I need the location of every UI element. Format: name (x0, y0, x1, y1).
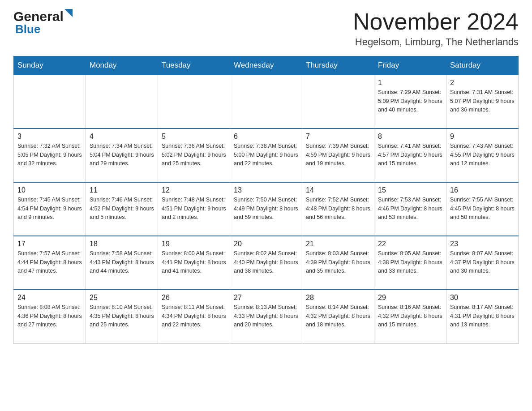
day-number: 22 (378, 240, 442, 248)
day-number: 12 (162, 186, 226, 194)
day-info: Sunrise: 8:11 AM Sunset: 4:34 PM Dayligh… (162, 303, 226, 329)
weekday-header-saturday: Saturday (446, 56, 519, 75)
day-info: Sunrise: 7:45 AM Sunset: 4:54 PM Dayligh… (17, 196, 82, 222)
calendar-week-row: 3Sunrise: 7:32 AM Sunset: 5:05 PM Daylig… (14, 128, 519, 182)
calendar-cell: 15Sunrise: 7:53 AM Sunset: 4:46 PM Dayli… (374, 182, 446, 236)
calendar-cell: 9Sunrise: 7:43 AM Sunset: 4:55 PM Daylig… (446, 128, 519, 182)
calendar-cell: 11Sunrise: 7:46 AM Sunset: 4:52 PM Dayli… (86, 182, 158, 236)
day-number: 10 (17, 186, 82, 194)
calendar-cell: 10Sunrise: 7:45 AM Sunset: 4:54 PM Dayli… (14, 182, 86, 236)
day-number: 29 (378, 294, 442, 302)
day-info: Sunrise: 7:57 AM Sunset: 4:44 PM Dayligh… (17, 249, 82, 275)
day-info: Sunrise: 7:36 AM Sunset: 5:02 PM Dayligh… (162, 142, 226, 168)
calendar-cell: 19Sunrise: 8:00 AM Sunset: 4:41 PM Dayli… (158, 236, 230, 290)
calendar-cell (86, 75, 158, 128)
calendar-body: 1Sunrise: 7:29 AM Sunset: 5:09 PM Daylig… (14, 75, 519, 343)
day-number: 8 (378, 133, 442, 141)
page-header: General Blue November 2024 Hegelsom, Lim… (13, 9, 519, 48)
calendar-cell: 26Sunrise: 8:11 AM Sunset: 4:34 PM Dayli… (158, 290, 230, 343)
calendar-cell: 5Sunrise: 7:36 AM Sunset: 5:02 PM Daylig… (158, 128, 230, 182)
logo-blue-text: Blue (15, 22, 40, 36)
day-info: Sunrise: 8:13 AM Sunset: 4:33 PM Dayligh… (234, 303, 298, 329)
calendar-cell: 4Sunrise: 7:34 AM Sunset: 5:04 PM Daylig… (86, 128, 158, 182)
day-info: Sunrise: 8:02 AM Sunset: 4:40 PM Dayligh… (234, 249, 298, 275)
calendar-cell: 23Sunrise: 8:07 AM Sunset: 4:37 PM Dayli… (446, 236, 519, 290)
calendar-cell: 18Sunrise: 7:58 AM Sunset: 4:43 PM Dayli… (86, 236, 158, 290)
day-info: Sunrise: 8:07 AM Sunset: 4:37 PM Dayligh… (450, 249, 515, 275)
day-info: Sunrise: 7:29 AM Sunset: 5:09 PM Dayligh… (378, 88, 442, 114)
day-info: Sunrise: 8:16 AM Sunset: 4:32 PM Dayligh… (378, 303, 442, 329)
weekday-header-row: SundayMondayTuesdayWednesdayThursdayFrid… (14, 56, 519, 75)
calendar-cell: 17Sunrise: 7:57 AM Sunset: 4:44 PM Dayli… (14, 236, 86, 290)
weekday-header-wednesday: Wednesday (230, 56, 302, 75)
calendar-cell: 12Sunrise: 7:48 AM Sunset: 4:51 PM Dayli… (158, 182, 230, 236)
calendar-cell: 7Sunrise: 7:39 AM Sunset: 4:59 PM Daylig… (302, 128, 374, 182)
day-number: 2 (450, 79, 515, 87)
logo-general-text: General (13, 9, 64, 24)
day-number: 15 (378, 186, 442, 194)
calendar-cell: 24Sunrise: 8:08 AM Sunset: 4:36 PM Dayli… (14, 290, 86, 343)
weekday-header-sunday: Sunday (14, 56, 86, 75)
day-info: Sunrise: 7:52 AM Sunset: 4:48 PM Dayligh… (306, 196, 370, 222)
weekday-header-friday: Friday (374, 56, 446, 75)
day-info: Sunrise: 8:00 AM Sunset: 4:41 PM Dayligh… (162, 249, 226, 275)
calendar-cell: 29Sunrise: 8:16 AM Sunset: 4:32 PM Dayli… (374, 290, 446, 343)
day-number: 3 (17, 133, 82, 141)
calendar-week-row: 1Sunrise: 7:29 AM Sunset: 5:09 PM Daylig… (14, 75, 519, 128)
day-info: Sunrise: 8:08 AM Sunset: 4:36 PM Dayligh… (17, 303, 82, 329)
day-number: 4 (90, 133, 154, 141)
day-info: Sunrise: 8:05 AM Sunset: 4:38 PM Dayligh… (378, 249, 442, 275)
title-area: November 2024 Hegelsom, Limburg, The Net… (353, 9, 519, 48)
day-info: Sunrise: 7:46 AM Sunset: 4:52 PM Dayligh… (90, 196, 154, 222)
calendar-cell (158, 75, 230, 128)
day-number: 17 (17, 240, 82, 248)
weekday-header-tuesday: Tuesday (158, 56, 230, 75)
day-info: Sunrise: 8:14 AM Sunset: 4:32 PM Dayligh… (306, 303, 370, 329)
location-title: Hegelsom, Limburg, The Netherlands (353, 36, 519, 48)
day-info: Sunrise: 7:34 AM Sunset: 5:04 PM Dayligh… (90, 142, 154, 168)
day-info: Sunrise: 7:55 AM Sunset: 4:45 PM Dayligh… (450, 196, 515, 222)
calendar-cell: 1Sunrise: 7:29 AM Sunset: 5:09 PM Daylig… (374, 75, 446, 128)
day-number: 11 (90, 186, 154, 194)
day-number: 5 (162, 133, 226, 141)
day-info: Sunrise: 7:32 AM Sunset: 5:05 PM Dayligh… (17, 142, 82, 168)
day-info: Sunrise: 7:41 AM Sunset: 4:57 PM Dayligh… (378, 142, 442, 168)
calendar-week-row: 24Sunrise: 8:08 AM Sunset: 4:36 PM Dayli… (14, 290, 519, 343)
calendar-cell: 16Sunrise: 7:55 AM Sunset: 4:45 PM Dayli… (446, 182, 519, 236)
day-info: Sunrise: 8:03 AM Sunset: 4:39 PM Dayligh… (306, 249, 370, 275)
calendar-cell: 30Sunrise: 8:17 AM Sunset: 4:31 PM Dayli… (446, 290, 519, 343)
calendar-cell: 28Sunrise: 8:14 AM Sunset: 4:32 PM Dayli… (302, 290, 374, 343)
weekday-header-thursday: Thursday (302, 56, 374, 75)
calendar-cell: 27Sunrise: 8:13 AM Sunset: 4:33 PM Dayli… (230, 290, 302, 343)
month-title: November 2024 (353, 9, 519, 34)
calendar-week-row: 10Sunrise: 7:45 AM Sunset: 4:54 PM Dayli… (14, 182, 519, 236)
day-info: Sunrise: 7:58 AM Sunset: 4:43 PM Dayligh… (90, 249, 154, 275)
day-number: 21 (306, 240, 370, 248)
calendar-cell: 20Sunrise: 8:02 AM Sunset: 4:40 PM Dayli… (230, 236, 302, 290)
svg-marker-0 (64, 9, 73, 17)
day-number: 20 (234, 240, 298, 248)
calendar-cell (302, 75, 374, 128)
day-info: Sunrise: 7:43 AM Sunset: 4:55 PM Dayligh… (450, 142, 515, 168)
day-number: 16 (450, 186, 515, 194)
day-number: 27 (234, 294, 298, 302)
calendar-week-row: 17Sunrise: 7:57 AM Sunset: 4:44 PM Dayli… (14, 236, 519, 290)
day-number: 1 (378, 79, 442, 87)
day-info: Sunrise: 7:31 AM Sunset: 5:07 PM Dayligh… (450, 88, 515, 114)
day-number: 25 (90, 294, 154, 302)
day-number: 23 (450, 240, 515, 248)
day-info: Sunrise: 8:17 AM Sunset: 4:31 PM Dayligh… (450, 303, 515, 329)
logo-area: General Blue (13, 9, 78, 36)
day-number: 14 (306, 186, 370, 194)
calendar-cell (230, 75, 302, 128)
calendar-cell (14, 75, 86, 128)
day-number: 24 (17, 294, 82, 302)
day-info: Sunrise: 7:48 AM Sunset: 4:51 PM Dayligh… (162, 196, 226, 222)
logo-arrow-icon (64, 9, 78, 22)
day-info: Sunrise: 7:50 AM Sunset: 4:49 PM Dayligh… (234, 196, 298, 222)
day-number: 18 (90, 240, 154, 248)
calendar-cell: 21Sunrise: 8:03 AM Sunset: 4:39 PM Dayli… (302, 236, 374, 290)
weekday-header-monday: Monday (86, 56, 158, 75)
day-info: Sunrise: 8:10 AM Sunset: 4:35 PM Dayligh… (90, 303, 154, 329)
day-number: 30 (450, 294, 515, 302)
